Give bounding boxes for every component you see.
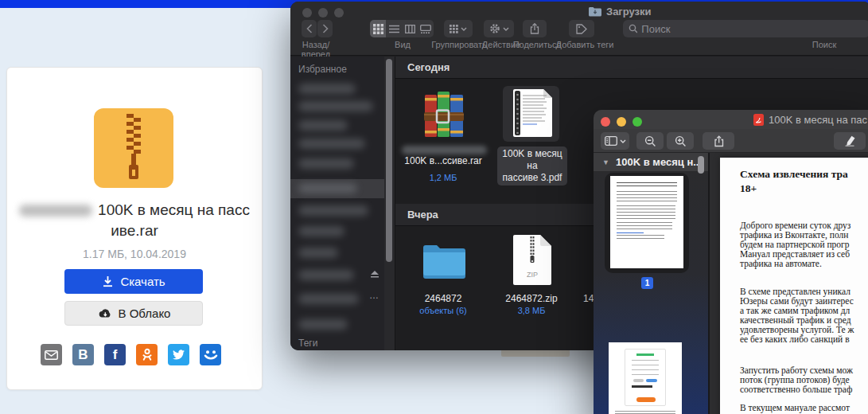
pdf-label-pill[interactable]: 100K в месяц на пассиве 3.pdf <box>497 146 567 186</box>
download-card: 100K в месяц на пасс иве.rar 1.17 МБ, 10… <box>6 67 263 390</box>
pdf-file-icon[interactable] <box>513 89 552 137</box>
tag-icon <box>576 24 587 34</box>
ellipsis-icon[interactable]: … <box>369 290 380 301</box>
sidebar-item-blurred[interactable] <box>298 294 359 304</box>
close-button[interactable] <box>601 117 610 127</box>
view-columns-button[interactable] <box>402 20 418 37</box>
markup-button[interactable] <box>834 132 866 150</box>
sidebar-item-blurred[interactable] <box>298 226 344 236</box>
view-gallery-button[interactable] <box>418 20 434 37</box>
share-vk-button[interactable]: В <box>72 344 94 365</box>
file-size-tag[interactable]: 3,8 МБ <box>476 306 587 315</box>
sidebar-item-blurred[interactable] <box>298 101 373 111</box>
folder-icon[interactable] <box>422 241 467 286</box>
sidebar-item-blurred[interactable] <box>298 319 348 330</box>
thumbnail-text-lines <box>617 182 677 188</box>
back-button[interactable] <box>302 20 317 37</box>
page1-thumbnail[interactable] <box>610 176 683 268</box>
thumbnail-row <box>632 369 659 370</box>
sidebar-scrollbar-thumb[interactable] <box>698 156 704 174</box>
view-segmented-control <box>370 20 434 37</box>
share-button[interactable] <box>523 20 547 37</box>
group-icon <box>450 25 458 33</box>
columns-view-icon <box>405 25 415 33</box>
document-heading: Схема извлечения тра 18+ <box>740 167 868 196</box>
sidebar-toggle-icon <box>605 136 617 146</box>
document-paragraph: В текущем мануале рассмот <box>740 404 868 413</box>
file-name-line2: иве.rar <box>7 221 262 241</box>
moimir-smiley-icon <box>204 350 218 361</box>
back-icon <box>306 24 313 33</box>
preview-sidebar: ▼ 100K в месяц н... 1 <box>594 153 708 414</box>
tags-header: Теги <box>298 338 317 349</box>
chevron-down-icon <box>461 27 467 31</box>
file-label[interactable]: 100K в...ссиве.rar <box>395 155 499 167</box>
file-name-line1: 100K в месяц на пасс <box>98 201 250 218</box>
preview-sidebar-header: ▼ 100K в месяц н... <box>594 153 708 172</box>
sidebar-item-blurred[interactable] <box>298 120 348 131</box>
minimize-button[interactable] <box>318 8 328 18</box>
search-input[interactable] <box>641 23 864 35</box>
share-twitter-button[interactable] <box>168 344 189 365</box>
close-button[interactable] <box>302 8 312 18</box>
sidebar-item-blurred[interactable] <box>298 270 354 280</box>
share-facebook-button[interactable]: f <box>104 344 126 365</box>
share-button[interactable] <box>703 132 734 150</box>
share-icon <box>530 23 539 34</box>
action-button[interactable] <box>484 20 514 37</box>
minimize-button[interactable] <box>617 117 626 127</box>
scrollbar-thumb[interactable] <box>386 59 392 262</box>
sidebar-item-blurred[interactable] <box>298 84 356 94</box>
share-ok-button[interactable] <box>136 344 158 365</box>
preview-content: Схема извлечения тра 18+ Доброго времени… <box>710 153 868 414</box>
share-email-button[interactable] <box>41 344 62 365</box>
thumbnail-bold-line <box>632 385 652 388</box>
zipper-glyph <box>127 114 141 182</box>
zip-file-icon[interactable]: ZIP <box>513 235 551 288</box>
forward-button[interactable] <box>317 20 333 37</box>
gear-icon <box>489 23 500 34</box>
sidebar-item-blurred[interactable] <box>298 183 357 193</box>
search-field[interactable] <box>623 20 868 37</box>
document-paragraph: Запустить работу схемы мож поток (группа… <box>740 366 868 395</box>
preview-title-text: 100K в месяц на пас <box>769 114 867 126</box>
eject-icon[interactable] <box>370 270 380 278</box>
disclosure-triangle-icon[interactable]: ▼ <box>602 158 609 166</box>
sidebar-item-blurred[interactable] <box>298 139 365 149</box>
zoom-button[interactable] <box>334 8 344 18</box>
section-title: Вчера <box>407 209 438 221</box>
download-icon <box>102 275 114 287</box>
share-icon <box>714 135 724 147</box>
file-label[interactable]: 2464872.zip <box>476 293 587 305</box>
sidebar-scrollbar[interactable] <box>384 57 395 350</box>
page1-thumbnail-selection[interactable] <box>605 173 689 273</box>
thumbnail-card <box>625 349 666 406</box>
zoom-button[interactable] <box>633 117 642 127</box>
sidebar-item-blurred[interactable] <box>298 205 368 216</box>
sidebar-item-blurred[interactable] <box>298 158 354 169</box>
winrar-file-icon[interactable] <box>424 89 464 139</box>
finder-toolbar: Загрузки Назад/вперед <box>290 2 868 56</box>
view-icons-button[interactable] <box>370 20 386 37</box>
thumbnail-blue-button <box>646 379 657 382</box>
blurred-file-label <box>402 146 487 154</box>
zoom-out-button[interactable] <box>636 132 664 150</box>
window-title: Загрузки <box>589 6 652 18</box>
facebook-icon: f <box>113 347 118 363</box>
sidebar-item-blurred[interactable] <box>298 248 338 258</box>
add-tags-label: Добавить теги <box>549 40 621 49</box>
page2-thumbnail[interactable] <box>609 342 682 414</box>
view-list-button[interactable] <box>386 20 402 37</box>
file-name: 100K в месяц на пасс иве.rar <box>7 200 262 241</box>
thumbnail-orange-button <box>636 397 656 402</box>
sidebar-toggle-button[interactable] <box>601 132 629 150</box>
search-label: Поиск <box>792 40 856 49</box>
zoom-in-button[interactable] <box>667 132 694 150</box>
download-button[interactable]: Скачать <box>64 269 203 294</box>
cloud-button[interactable]: В Облако <box>64 301 203 326</box>
file-size-tag[interactable]: 1,2 МБ <box>395 173 499 182</box>
group-button[interactable] <box>444 20 473 37</box>
document-paragraph: Доброго времени суток друз трафика из Вк… <box>740 221 868 269</box>
add-tags-button[interactable] <box>569 20 594 37</box>
share-moimir-button[interactable] <box>200 344 221 365</box>
